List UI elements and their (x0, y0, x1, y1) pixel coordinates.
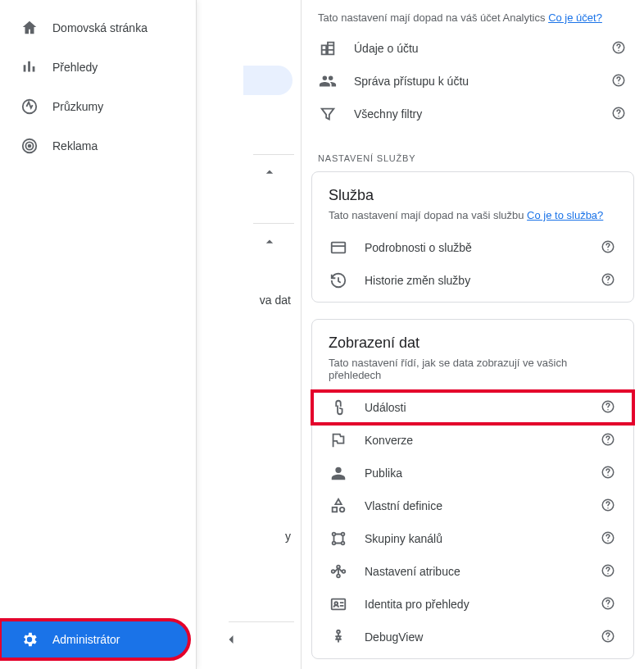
nav-bottom-group: Administrátor (0, 620, 196, 669)
svg-point-44 (337, 636, 340, 639)
nav-admin[interactable]: Administrátor (0, 620, 189, 659)
row-label: Publika (365, 466, 601, 480)
help-icon[interactable] (601, 530, 617, 547)
truncated-label-1: va dat (260, 294, 291, 307)
bar-chart-icon (20, 57, 39, 77)
svg-point-35 (342, 570, 346, 573)
property-history-row[interactable]: Historie změn služby (312, 264, 633, 297)
svg-point-24 (340, 507, 345, 512)
help-icon[interactable] (601, 465, 617, 481)
data-display-title: Zobrazení dat (312, 320, 633, 357)
row-label: Skupiny kanálů (365, 532, 601, 545)
row-label: Údaje o účtu (354, 42, 611, 55)
conversions-row[interactable]: Konverze (312, 424, 633, 457)
attribution-icon (329, 562, 348, 581)
back-button[interactable] (223, 631, 239, 648)
nav-explore[interactable]: Průzkumy (0, 87, 196, 126)
svg-point-15 (607, 282, 609, 284)
svg-point-30 (342, 542, 345, 545)
svg-point-29 (333, 542, 336, 545)
svg-point-38 (607, 573, 609, 575)
nav-reports[interactable]: Přehledy (0, 48, 196, 87)
help-icon[interactable] (601, 629, 617, 645)
business-icon (318, 39, 338, 58)
debug-icon (329, 627, 348, 647)
svg-point-21 (607, 475, 609, 476)
row-label: Podrobnosti o službě (365, 241, 601, 254)
row-label: Správa přístupu k účtu (354, 75, 611, 88)
channel-groups-row[interactable]: Skupiny kanálů (312, 522, 633, 555)
nav-advertising-label: Reklama (52, 139, 98, 152)
shapes-icon (329, 496, 348, 516)
selected-pill (243, 66, 293, 95)
nav-home[interactable]: Domovská stránka (0, 8, 196, 48)
row-label: Vlastní definice (365, 499, 601, 512)
svg-point-32 (607, 540, 609, 542)
identity-icon (329, 594, 348, 614)
main-content: Tato nastavení mají dopad na váš účet An… (302, 0, 644, 669)
help-icon[interactable] (601, 239, 617, 256)
help-icon[interactable] (601, 432, 617, 448)
svg-point-42 (607, 606, 609, 608)
channels-icon (329, 529, 348, 548)
collapse-toggle-1[interactable] (261, 164, 278, 180)
help-icon[interactable] (601, 563, 617, 580)
svg-point-28 (342, 533, 345, 536)
events-row[interactable]: Události (312, 391, 633, 424)
nav-admin-label: Administrátor (52, 633, 120, 646)
svg-marker-22 (335, 499, 341, 504)
svg-point-19 (607, 442, 609, 444)
property-card: Služba Tato nastavení mají dopad na vaši… (311, 171, 634, 303)
account-details-row[interactable]: Údaje o účtu (302, 32, 644, 65)
custom-definitions-row[interactable]: Vlastní definice (312, 489, 633, 522)
svg-rect-10 (332, 243, 346, 253)
account-access-row[interactable]: Správa přístupu k účtu (302, 65, 644, 98)
svg-point-36 (337, 575, 340, 578)
account-filters-row[interactable]: Všechny filtry (302, 98, 644, 130)
help-icon[interactable] (601, 399, 617, 416)
audiences-row[interactable]: Publika (312, 457, 633, 489)
attribution-row[interactable]: Nastavení atribuce (312, 555, 633, 588)
account-intro-link[interactable]: Co je účet? (548, 11, 602, 24)
account-intro-text: Tato nastavení mají dopad na váš účet An… (318, 11, 548, 24)
data-display-card: Zobrazení dat Tato nastavení řídí, jak s… (311, 319, 634, 659)
help-icon[interactable] (611, 73, 628, 89)
property-details-row[interactable]: Podrobnosti o službě (312, 231, 633, 264)
account-intro: Tato nastavení mají dopad na váš účet An… (302, 0, 644, 32)
home-icon (20, 18, 39, 38)
flag-icon (329, 430, 348, 450)
property-desc-link[interactable]: Co je to služba? (527, 209, 603, 221)
svg-rect-39 (332, 599, 346, 610)
svg-point-17 (607, 409, 609, 411)
debugview-row[interactable]: DebugView (312, 621, 633, 653)
svg-point-3 (29, 145, 31, 148)
left-navigation: Domovská stránka Přehledy Průzkumy Rekla… (0, 0, 197, 669)
svg-point-26 (607, 507, 609, 509)
help-icon[interactable] (611, 40, 628, 57)
identity-row[interactable]: Identita pro přehledy (312, 588, 633, 621)
divider (253, 223, 294, 224)
help-icon[interactable] (611, 106, 628, 122)
property-card-title: Služba (312, 172, 633, 209)
svg-point-13 (607, 249, 609, 251)
data-display-desc: Tato nastavení řídí, jak se data zobrazu… (312, 357, 633, 391)
row-label: Události (365, 401, 601, 414)
row-label: DebugView (365, 630, 601, 644)
gear-icon (20, 630, 39, 649)
help-icon[interactable] (601, 596, 617, 612)
svg-point-0 (23, 100, 37, 114)
svg-point-7 (618, 83, 619, 84)
property-card-desc: Tato nastavení mají dopad na vaši službu… (312, 209, 633, 231)
nav-advertising[interactable]: Reklama (0, 126, 196, 166)
nav-reports-label: Přehledy (52, 61, 98, 74)
divider (229, 621, 294, 622)
truncated-label-2: y (285, 530, 291, 543)
row-label: Konverze (365, 434, 601, 447)
svg-point-43 (337, 630, 340, 634)
svg-point-33 (332, 570, 335, 573)
help-icon[interactable] (601, 498, 617, 514)
collapse-toggle-2[interactable] (261, 234, 278, 250)
people-icon (318, 71, 338, 91)
help-icon[interactable] (601, 272, 617, 289)
svg-point-5 (618, 50, 619, 52)
